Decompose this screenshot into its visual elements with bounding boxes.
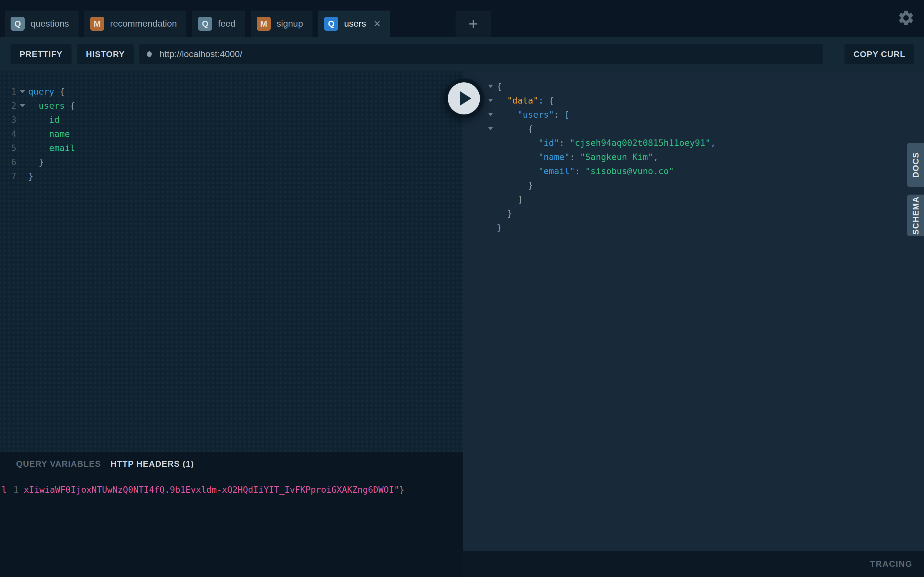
copy-curl-button[interactable]: COPY CURL [845, 44, 914, 64]
endpoint-url-input[interactable]: http://localhost:4000/ [139, 44, 823, 64]
operation-type-badge: M [90, 17, 104, 31]
line-number: 2 [0, 101, 16, 111]
fold-arrow-icon[interactable] [488, 99, 493, 102]
tab-list: Q questions × M recommendation × Q feed … [5, 11, 390, 37]
history-button[interactable]: HISTORY [77, 44, 134, 64]
code-line: "id": "cjseh94aq002t0815h11oey91", [488, 135, 924, 150]
headers-token-value: xIiwiaWF0IjoxNTUwNzQ0NTI4fQ.9b1Evxldm-xQ… [24, 483, 405, 497]
code-line: 7} [0, 169, 463, 183]
schema-label: SCHEMA [911, 196, 921, 235]
endpoint-url-value: http://localhost:4000/ [160, 49, 242, 59]
variables-headers-panel: QUERY VARIABLES HTTP HEADERS (1) l 1 xIi… [0, 452, 463, 577]
tracing-label: TRACING [870, 559, 913, 569]
query-pane: 1query {2 users {3 id4 name5 email6 }7} … [0, 71, 463, 577]
tab-label: users [344, 19, 366, 29]
bottom-panel-tabs: QUERY VARIABLES HTTP HEADERS (1) [16, 459, 194, 469]
tab[interactable]: Q users × [318, 11, 390, 37]
operation-type-badge: M [257, 17, 271, 31]
response-viewer: { "data": { "users": [ { "id": "cjseh94a… [463, 71, 924, 234]
tab-http-headers[interactable]: HTTP HEADERS (1) [111, 459, 194, 469]
operation-type-badge: Q [198, 17, 212, 31]
tab[interactable]: Q feed × [192, 11, 245, 37]
tab-label: feed [218, 19, 236, 29]
fold-arrow-icon[interactable] [19, 104, 25, 107]
code-line: 3 id [0, 113, 463, 127]
tab-label: questions [31, 19, 69, 29]
fold-arrow-icon[interactable] [488, 127, 493, 130]
code-line: "users": [ [488, 107, 924, 121]
fold-arrow-icon[interactable] [488, 113, 493, 116]
tab[interactable]: M recommendation × [84, 11, 187, 37]
operation-type-badge: Q [11, 17, 25, 31]
code-line: "name": "Sangkeun Kim", [488, 150, 924, 164]
headers-overflow-text: l [2, 483, 7, 497]
tab-bar: Q questions × M recommendation × Q feed … [0, 0, 924, 37]
code-line: "email": "sisobus@vuno.co" [488, 164, 924, 178]
code-line: { [488, 121, 924, 135]
tab[interactable]: M signup × [251, 11, 313, 37]
code-line: 6 } [0, 155, 463, 169]
toolbar: PRETTIFY HISTORY http://localhost:4000/ … [0, 37, 924, 71]
url-status-dot-icon [147, 51, 152, 57]
line-number: 1 [0, 87, 16, 97]
settings-gear-icon[interactable] [897, 9, 915, 27]
docs-label: DOCS [911, 152, 921, 177]
schema-side-tab[interactable]: SCHEMA [907, 195, 924, 236]
code-line: ] [488, 192, 924, 206]
tab[interactable]: Q questions × [5, 11, 79, 37]
fold-arrow-icon[interactable] [19, 90, 25, 93]
tab-label: recommendation [110, 19, 177, 29]
code-line: "data": { [488, 93, 924, 107]
code-line: } [488, 220, 924, 234]
tracing-toggle[interactable]: TRACING [463, 551, 924, 577]
docs-side-tab[interactable]: DOCS [907, 143, 924, 187]
operation-type-badge: Q [324, 17, 338, 31]
code-line: 2 users { [0, 98, 463, 113]
line-number: 3 [0, 115, 16, 125]
headers-closing-brace: } [399, 485, 404, 495]
line-number: 4 [0, 129, 16, 139]
query-editor[interactable]: 1query {2 users {3 id4 name5 email6 }7} [0, 71, 463, 452]
line-number: 5 [0, 143, 16, 153]
play-circle [448, 82, 480, 114]
line-number: 1 [13, 483, 19, 497]
add-tab-button[interactable]: + [456, 11, 491, 37]
code-line: { [488, 79, 924, 93]
prettify-button[interactable]: PRETTIFY [11, 44, 71, 64]
code-line: 1query { [0, 84, 463, 98]
code-line: 4 name [0, 127, 463, 141]
http-headers-editor[interactable]: l 1 xIiwiaWF0IjoxNTUwNzQ0NTI4fQ.9b1Evxld… [0, 483, 463, 497]
close-tab-icon[interactable]: × [374, 18, 381, 29]
response-pane: { "data": { "users": [ { "id": "cjseh94a… [463, 71, 924, 551]
code-line: } [488, 178, 924, 192]
graphql-playground-window: Q questions × M recommendation × Q feed … [0, 0, 924, 577]
code-line: } [488, 206, 924, 220]
tab-query-variables[interactable]: QUERY VARIABLES [16, 459, 101, 469]
tab-label: signup [276, 19, 303, 29]
line-number: 7 [0, 171, 16, 181]
execute-query-button[interactable] [444, 79, 484, 118]
line-number: 6 [0, 157, 16, 167]
fold-arrow-icon[interactable] [488, 85, 493, 88]
play-icon [460, 91, 471, 106]
code-line: 5 email [0, 141, 463, 155]
